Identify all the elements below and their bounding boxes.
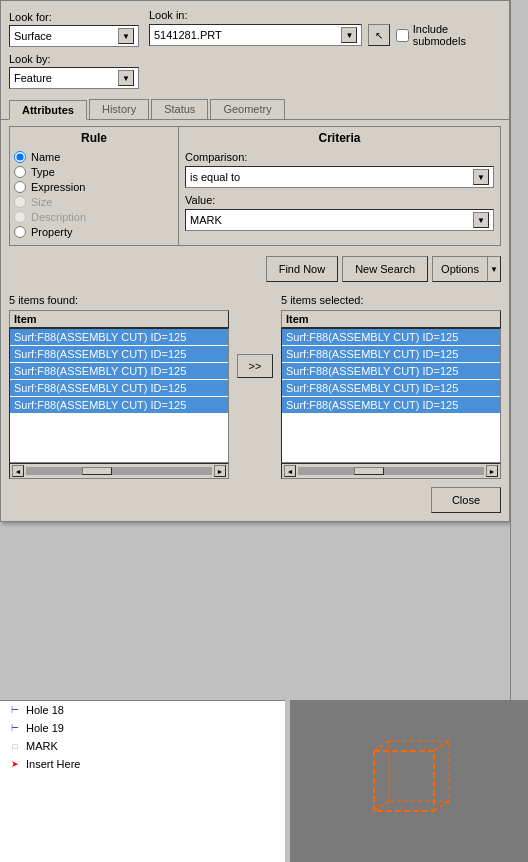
list-item[interactable]: Surf:F88(ASSEMBLY CUT) ID=125 (10, 346, 228, 362)
look-by-arrow-icon[interactable]: ▼ (118, 70, 134, 86)
rule-size-label: Size (31, 196, 52, 208)
options-button[interactable]: Options (432, 256, 487, 282)
look-in-row: 5141281.PRT ▼ ↖ Include submodels (149, 23, 501, 47)
selected-list-header: Item (281, 310, 501, 328)
comparison-arrow-icon[interactable]: ▼ (473, 169, 489, 185)
scroll-track (298, 467, 484, 475)
tree-item-label: Hole 18 (26, 704, 64, 716)
list-item[interactable]: Surf:F88(ASSEMBLY CUT) ID=125 (282, 397, 500, 413)
include-submodels-checkbox[interactable] (396, 29, 409, 42)
comparison-label: Comparison: (185, 151, 494, 163)
found-list[interactable]: Surf:F88(ASSEMBLY CUT) ID=125 Surf:F88(A… (9, 328, 229, 463)
transfer-button[interactable]: >> (237, 354, 273, 378)
insert-icon: ➤ (8, 757, 22, 771)
list-item[interactable]: Surf:F88(ASSEMBLY CUT) ID=125 (10, 397, 228, 413)
look-in-group: Look in: 5141281.PRT ▼ ↖ Include submode… (149, 9, 501, 47)
look-by-group: Look by: Feature ▼ (9, 53, 139, 89)
tree-item-label: Insert Here (26, 758, 80, 770)
tree-item-mark[interactable]: □ MARK (0, 737, 285, 755)
rule-description-label: Description (31, 211, 86, 223)
cursor-icon: ↖ (375, 30, 383, 41)
search-dialog: Look for: Surface ▼ Look in: 5141281.PRT… (0, 0, 510, 522)
buttons-row: Find Now New Search Options ▼ (1, 252, 509, 290)
find-now-button[interactable]: Find Now (266, 256, 338, 282)
scroll-thumb (82, 467, 112, 475)
rule-name-label: Name (31, 151, 60, 163)
scroll-right-icon[interactable]: ► (486, 465, 498, 477)
rule-description-radio (14, 211, 26, 223)
rule-type-item: Type (14, 166, 174, 178)
look-for-arrow-icon[interactable]: ▼ (118, 28, 134, 44)
list-item[interactable]: Surf:F88(ASSEMBLY CUT) ID=125 (282, 363, 500, 379)
value-value: MARK (190, 214, 222, 226)
include-submodels-label: Include submodels (396, 23, 501, 47)
list-item[interactable]: Surf:F88(ASSEMBLY CUT) ID=125 (10, 380, 228, 396)
tab-status[interactable]: Status (151, 99, 208, 119)
scroll-track (26, 467, 212, 475)
options-button-group: Options ▼ (432, 256, 501, 282)
list-item[interactable]: Surf:F88(ASSEMBLY CUT) ID=125 (282, 329, 500, 345)
criteria-section: Criteria Comparison: is equal to ▼ Value… (179, 126, 501, 246)
close-button[interactable]: Close (431, 487, 501, 513)
hole-icon: ⊢ (8, 721, 22, 735)
value-label: Value: (185, 194, 494, 206)
look-in-label: Look in: (149, 9, 501, 21)
rule-expression-item: Expression (14, 181, 174, 193)
3d-shape-svg (354, 731, 464, 831)
rule-expression-radio[interactable] (14, 181, 26, 193)
look-for-select[interactable]: Surface ▼ (9, 25, 139, 47)
rule-property-radio[interactable] (14, 226, 26, 238)
found-list-container: 5 items found: Item Surf:F88(ASSEMBLY CU… (9, 294, 229, 479)
selected-list[interactable]: Surf:F88(ASSEMBLY CUT) ID=125 Surf:F88(A… (281, 328, 501, 463)
tree-item-hole19[interactable]: ⊢ Hole 19 (0, 719, 285, 737)
look-by-select[interactable]: Feature ▼ (9, 67, 139, 89)
tree-item-label: MARK (26, 740, 58, 752)
tabs-row: Attributes History Status Geometry (1, 95, 509, 120)
tab-geometry[interactable]: Geometry (210, 99, 284, 119)
rule-name-radio[interactable] (14, 151, 26, 163)
options-dropdown-arrow-icon[interactable]: ▼ (487, 256, 501, 282)
scroll-left-icon[interactable]: ◄ (284, 465, 296, 477)
found-list-header: Item (9, 310, 229, 328)
found-list-scrollbar[interactable]: ◄ ► (9, 463, 229, 479)
hole-icon: ⊢ (8, 703, 22, 717)
mark-icon: □ (8, 739, 22, 753)
look-by-value: Feature (14, 72, 52, 84)
list-item[interactable]: Surf:F88(ASSEMBLY CUT) ID=125 (282, 380, 500, 396)
scroll-left-icon[interactable]: ◄ (12, 465, 24, 477)
results-row: 5 items found: Item Surf:F88(ASSEMBLY CU… (9, 294, 501, 479)
look-in-value: 5141281.PRT (154, 29, 222, 41)
list-item[interactable]: Surf:F88(ASSEMBLY CUT) ID=125 (282, 346, 500, 362)
rule-property-label: Property (31, 226, 73, 238)
rule-size-item: Size (14, 196, 174, 208)
cursor-button[interactable]: ↖ (368, 24, 389, 46)
list-item[interactable]: Surf:F88(ASSEMBLY CUT) ID=125 (10, 329, 228, 345)
look-in-select[interactable]: 5141281.PRT ▼ (149, 24, 362, 46)
value-select[interactable]: MARK ▼ (185, 209, 494, 231)
items-found-count: 5 items found: (9, 294, 229, 306)
svg-line-3 (434, 741, 449, 751)
comparison-select[interactable]: is equal to ▼ (185, 166, 494, 188)
tab-history[interactable]: History (89, 99, 149, 119)
scroll-right-icon[interactable]: ► (214, 465, 226, 477)
rule-type-radio[interactable] (14, 166, 26, 178)
new-search-button[interactable]: New Search (342, 256, 428, 282)
look-in-arrow-icon[interactable]: ▼ (341, 27, 357, 43)
selected-list-scrollbar[interactable]: ◄ ► (281, 463, 501, 479)
items-selected-count: 5 items selected: (281, 294, 501, 306)
3d-viewport (290, 700, 528, 862)
tab-attributes[interactable]: Attributes (9, 100, 87, 120)
scroll-thumb (354, 467, 384, 475)
rule-size-radio (14, 196, 26, 208)
look-for-group: Look for: Surface ▼ (9, 11, 139, 47)
top-row: Look for: Surface ▼ Look in: 5141281.PRT… (1, 1, 509, 51)
tree-item-hole18[interactable]: ⊢ Hole 18 (0, 701, 285, 719)
include-submodels-text: Include submodels (413, 23, 501, 47)
tree-item-insert[interactable]: ➤ Insert Here (0, 755, 285, 773)
list-item[interactable]: Surf:F88(ASSEMBLY CUT) ID=125 (10, 363, 228, 379)
selected-list-container: 5 items selected: Item Surf:F88(ASSEMBLY… (281, 294, 501, 479)
value-arrow-icon[interactable]: ▼ (473, 212, 489, 228)
rule-title: Rule (14, 131, 174, 145)
look-by-label: Look by: (9, 53, 139, 65)
rule-expression-label: Expression (31, 181, 85, 193)
